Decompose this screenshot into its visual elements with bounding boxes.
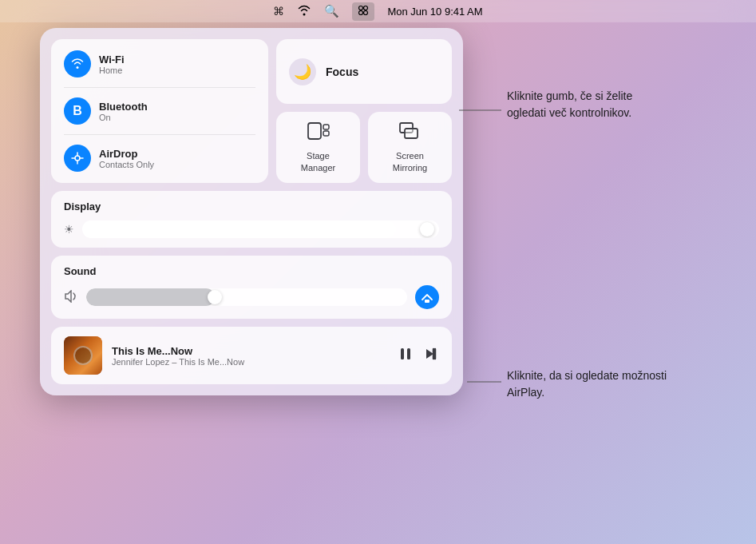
airdrop-item[interactable]: AirDrop Contacts Only bbox=[64, 145, 255, 172]
callout-bottom-text: Kliknite, da si ogledate možnosti AirPla… bbox=[507, 369, 667, 399]
pause-button[interactable] bbox=[398, 346, 414, 366]
menubar: ⌘ 🔍 Mon Jun 10 9:41 AM bbox=[0, 0, 756, 22]
menubar-datetime: Mon Jun 10 9:41 AM bbox=[387, 6, 482, 18]
now-playing-tile: This Is Me...Now Jennifer Lopez – This I… bbox=[51, 327, 452, 384]
network-tile: Wi-Fi Home B Bluetooth On bbox=[51, 39, 268, 183]
svg-rect-7 bbox=[323, 131, 329, 136]
sound-section: Sound bbox=[51, 256, 452, 319]
stage-manager-tile[interactable]: StageManager bbox=[276, 112, 360, 183]
stage-manager-label: StageManager bbox=[301, 150, 335, 173]
svg-point-4 bbox=[75, 156, 80, 161]
menubar-control-center[interactable] bbox=[352, 2, 374, 21]
moon-emoji: 🌙 bbox=[294, 63, 311, 81]
display-header: Display bbox=[64, 201, 439, 212]
svg-rect-5 bbox=[308, 123, 321, 139]
now-playing-artist: Jennifer Lopez – This Is Me...Now bbox=[112, 357, 388, 367]
callout-bottom: Kliknite, da si ogledate možnosti AirPla… bbox=[507, 367, 667, 401]
screen-mirroring-tile[interactable]: ScreenMirroring bbox=[368, 112, 452, 183]
svg-rect-9 bbox=[405, 129, 418, 138]
album-art bbox=[64, 336, 102, 375]
svg-point-1 bbox=[364, 6, 368, 10]
top-row: Wi-Fi Home B Bluetooth On bbox=[51, 39, 452, 183]
bluetooth-sublabel: On bbox=[99, 113, 148, 122]
wifi-sublabel: Home bbox=[99, 66, 125, 75]
sound-volume-slider[interactable] bbox=[86, 288, 407, 306]
wifi-item[interactable]: Wi-Fi Home bbox=[64, 50, 255, 77]
svg-point-2 bbox=[359, 10, 363, 14]
sound-slider-row bbox=[64, 285, 439, 309]
wifi-icon-circle bbox=[64, 50, 91, 77]
svg-point-3 bbox=[364, 10, 368, 14]
sound-slider-thumb bbox=[208, 290, 222, 304]
svg-rect-12 bbox=[407, 348, 410, 359]
network-divider-1 bbox=[64, 87, 255, 88]
airplay-button[interactable] bbox=[415, 285, 439, 309]
bluetooth-label: Bluetooth bbox=[99, 101, 148, 113]
bluetooth-text: Bluetooth On bbox=[99, 101, 148, 122]
svg-rect-6 bbox=[323, 125, 329, 129]
display-slider-fill bbox=[82, 220, 396, 238]
skip-forward-button[interactable] bbox=[423, 346, 439, 366]
display-brightness-slider[interactable] bbox=[82, 220, 439, 238]
callout-top: Kliknite gumb, če si želite ogledati več… bbox=[507, 88, 667, 121]
bluetooth-icon-circle: B bbox=[64, 97, 91, 125]
airdrop-sublabel: Contacts Only bbox=[99, 160, 154, 169]
focus-tile[interactable]: 🌙 Focus bbox=[276, 39, 452, 104]
airdrop-icon-circle bbox=[64, 145, 91, 172]
now-playing-controls bbox=[398, 346, 439, 366]
control-center-panel: Wi-Fi Home B Bluetooth On bbox=[40, 28, 463, 395]
wifi-label: Wi-Fi bbox=[99, 54, 125, 66]
display-slider-thumb bbox=[420, 222, 434, 236]
svg-rect-10 bbox=[425, 300, 429, 303]
airdrop-label: AirDrop bbox=[99, 148, 154, 160]
display-slider-row: ☀ bbox=[64, 220, 439, 238]
display-section: Display ☀ bbox=[51, 191, 452, 248]
menubar-wifi bbox=[297, 5, 311, 18]
airdrop-text: AirDrop Contacts Only bbox=[99, 148, 154, 169]
svg-rect-11 bbox=[401, 348, 404, 359]
screen-mirroring-icon bbox=[399, 121, 422, 145]
svg-point-0 bbox=[359, 6, 363, 10]
focus-moon-icon: 🌙 bbox=[289, 58, 316, 85]
now-playing-info: This Is Me...Now Jennifer Lopez – This I… bbox=[112, 345, 388, 367]
network-divider-2 bbox=[64, 134, 255, 135]
wifi-text: Wi-Fi Home bbox=[99, 54, 125, 75]
focus-label: Focus bbox=[326, 66, 358, 78]
callout-top-text: Kliknite gumb, če si želite ogledati več… bbox=[507, 89, 632, 119]
volume-icon bbox=[64, 290, 78, 305]
screen-mirroring-label: ScreenMirroring bbox=[393, 150, 427, 173]
now-playing-title: This Is Me...Now bbox=[112, 345, 388, 357]
menubar-search[interactable]: 🔍 bbox=[324, 4, 339, 18]
right-column: 🌙 Focus StageManager bbox=[276, 39, 452, 183]
stage-manager-icon bbox=[307, 121, 330, 145]
sound-slider-fill bbox=[86, 288, 215, 306]
sound-header: Sound bbox=[64, 265, 439, 277]
brightness-icon: ☀ bbox=[64, 223, 74, 236]
bluetooth-item[interactable]: B Bluetooth On bbox=[64, 97, 255, 125]
wifi-icon: ⌘ bbox=[273, 5, 284, 18]
bottom-right-row: StageManager ScreenMirroring bbox=[276, 112, 452, 183]
